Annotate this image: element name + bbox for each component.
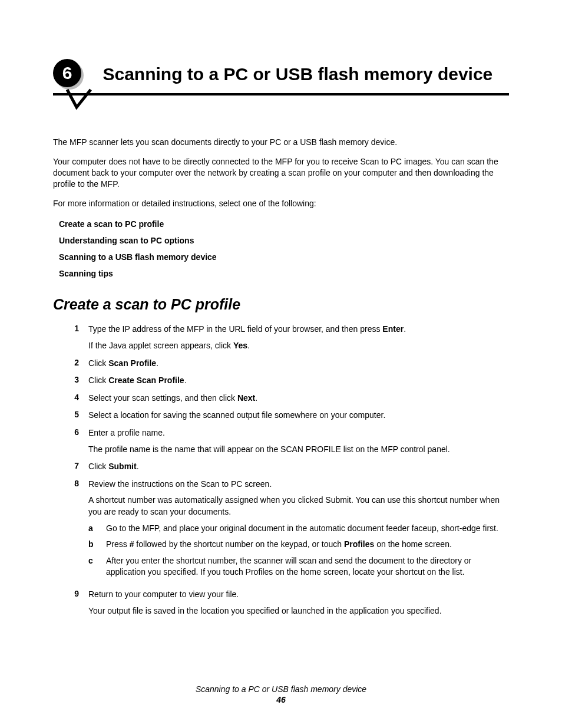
- step-body: Click Create Scan Profile.: [88, 375, 509, 387]
- step-body: Return to your computer to view your fil…: [88, 589, 509, 617]
- page-number: 46: [0, 695, 562, 704]
- step-item: 8 Review the instructions on the Scan to…: [70, 479, 509, 583]
- page-footer: Scanning to a PC or USB flash memory dev…: [0, 684, 562, 704]
- section-heading: Create a scan to PC profile: [53, 296, 509, 313]
- chapter-header: 6 Scanning to a PC or USB flash memory d…: [53, 59, 509, 95]
- step-body: Select your scan settings, and then clic…: [88, 393, 509, 404]
- step-number: 7: [70, 461, 79, 473]
- step-item: 2 Click Scan Profile.: [70, 358, 509, 370]
- step-item: 9 Return to your computer to view your f…: [70, 589, 509, 617]
- chapter-title: Scanning to a PC or USB flash memory dev…: [103, 59, 492, 90]
- step-number: 9: [70, 589, 79, 617]
- step-item: 6 Enter a profile name. The profile name…: [70, 427, 509, 455]
- step-number: 8: [70, 479, 79, 583]
- substep-body: After you enter the shortcut number, the…: [106, 555, 509, 578]
- chapter-number-badge: 6: [53, 59, 84, 90]
- substep-body: Go to the MFP, and place your original d…: [106, 523, 509, 535]
- step-body: Click Scan Profile.: [88, 358, 509, 370]
- substep-item: a Go to the MFP, and place your original…: [88, 523, 509, 535]
- substep-item: b Press # followed by the shortcut numbe…: [88, 539, 509, 551]
- step-item: 4 Select your scan settings, and then cl…: [70, 393, 509, 404]
- step-body: Review the instructions on the Scan to P…: [88, 479, 509, 583]
- toc-link[interactable]: Create a scan to PC profile: [59, 219, 509, 229]
- step-number: 4: [70, 393, 79, 404]
- step-body: Enter a profile name. The profile name i…: [88, 427, 509, 455]
- chapter-pointer-icon: [65, 87, 93, 112]
- step-body: Click Submit.: [88, 461, 509, 473]
- step-number: 3: [70, 375, 79, 387]
- step-number: 6: [70, 427, 79, 455]
- step-item: 5 Select a location for saving the scann…: [70, 410, 509, 421]
- step-number: 2: [70, 358, 79, 370]
- substep-item: c After you enter the shortcut number, t…: [88, 555, 509, 578]
- intro-paragraph: The MFP scanner lets you scan documents …: [53, 137, 509, 148]
- substep-letter: b: [88, 539, 97, 551]
- step-number: 5: [70, 410, 79, 421]
- substep-letter: a: [88, 523, 97, 535]
- substep-body: Press # followed by the shortcut number …: [106, 539, 509, 551]
- toc-link[interactable]: Scanning tips: [59, 269, 509, 278]
- toc-list: Create a scan to PC profile Understandin…: [59, 219, 509, 278]
- toc-link[interactable]: Scanning to a USB flash memory device: [59, 252, 509, 262]
- step-item: 1 Type the IP address of the MFP in the …: [70, 324, 509, 351]
- step-item: 3 Click Create Scan Profile.: [70, 375, 509, 387]
- substep-letter: c: [88, 555, 97, 578]
- step-number: 1: [70, 324, 79, 351]
- numbered-steps: 1 Type the IP address of the MFP in the …: [70, 324, 509, 617]
- intro-paragraph: Your computer does not have to be direct…: [53, 156, 509, 190]
- chapter-rule: [53, 93, 509, 95]
- intro-block: The MFP scanner lets you scan documents …: [53, 137, 509, 209]
- step-item: 7 Click Submit.: [70, 461, 509, 473]
- step-body: Select a location for saving the scanned…: [88, 410, 509, 421]
- chapter-number: 6: [53, 59, 81, 87]
- footer-title: Scanning to a PC or USB flash memory dev…: [196, 684, 366, 694]
- toc-link[interactable]: Understanding scan to PC options: [59, 236, 509, 245]
- intro-paragraph: For more information or detailed instruc…: [53, 198, 509, 209]
- substeps: a Go to the MFP, and place your original…: [88, 523, 509, 578]
- step-body: Type the IP address of the MFP in the UR…: [88, 324, 509, 351]
